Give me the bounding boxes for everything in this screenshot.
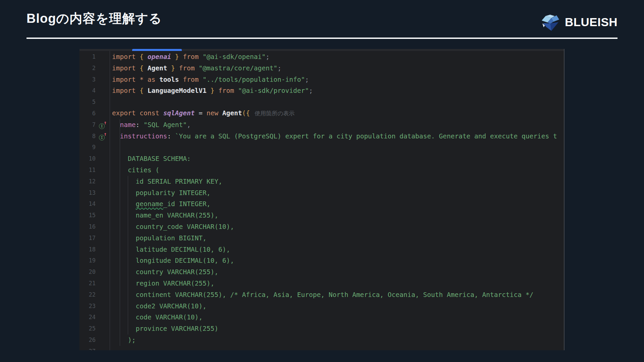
code-text[interactable]: cities (: [112, 165, 159, 176]
code-line[interactable]: 1import { openai } from "@ai-sdk/openai"…: [79, 51, 565, 63]
code-token: import: [112, 87, 140, 95]
code-token: `You are a SQL (PostgreSQL) expert for a…: [175, 132, 557, 140]
gutter-separator: [110, 51, 110, 350]
code-line[interactable]: 6export const sqlAgent = new Agent({使用箇所…: [79, 108, 565, 119]
line-number[interactable]: 25: [79, 323, 96, 335]
code-line[interactable]: 26 );: [79, 335, 565, 346]
line-number[interactable]: 23: [79, 301, 96, 312]
editor-tab-strip: [79, 49, 565, 51]
line-number[interactable]: 21: [79, 278, 96, 289]
code-text[interactable]: population BIGINT,: [112, 233, 207, 244]
code-line[interactable]: 16 country_code VARCHAR(10),: [79, 221, 565, 233]
code-line[interactable]: 2import { Agent } from "@mastra/core/age…: [79, 63, 565, 74]
code-token: ;: [305, 76, 309, 83]
line-number[interactable]: 7: [79, 119, 96, 131]
code-line[interactable]: 15 name_en VARCHAR(255),: [79, 210, 565, 221]
code-line[interactable]: 13 popularity INTEGER,: [79, 187, 565, 199]
code-text[interactable]: export const sqlAgent = new Agent({使用箇所の…: [112, 108, 294, 119]
code-text[interactable]: continent VARCHAR(255), /* Africa, Asia,…: [112, 289, 533, 301]
code-token: tools: [159, 76, 183, 83]
code-text[interactable]: code VARCHAR(10),: [112, 312, 203, 323]
code-text[interactable]: import { LanguageModelV1 } from "@ai-sdk…: [112, 85, 313, 97]
line-number[interactable]: 8: [79, 131, 96, 142]
code-text[interactable]: instructions: `You are a SQL (PostgreSQL…: [112, 131, 557, 142]
code-editor-lines[interactable]: 1import { openai } from "@ai-sdk/openai"…: [79, 51, 565, 350]
code-text[interactable]: longitude DECIMAL(10, 6),: [112, 255, 234, 266]
code-editor[interactable]: 1import { openai } from "@ai-sdk/openai"…: [79, 49, 565, 350]
code-text[interactable]: import { Agent } from "@mastra/core/agen…: [112, 63, 281, 74]
code-line[interactable]: 5: [79, 97, 565, 108]
line-number[interactable]: 26: [79, 335, 96, 346]
code-text[interactable]: latitude DECIMAL(10, 6),: [112, 244, 230, 255]
line-number[interactable]: 6: [79, 108, 96, 119]
inlay-hint-show-usages[interactable]: 使用箇所の表示: [255, 110, 294, 117]
line-number[interactable]: 11: [79, 165, 96, 176]
line-number[interactable]: 24: [79, 312, 96, 323]
code-text[interactable]: popularity INTEGER,: [112, 187, 211, 199]
implement-member-icon[interactable]: I↑: [99, 122, 106, 129]
code-token: cities (: [112, 166, 159, 174]
code-line[interactable]: 4import { LanguageModelV1 } from "@ai-sd…: [79, 85, 565, 97]
code-line[interactable]: 25 province VARCHAR(255): [79, 323, 565, 335]
code-line[interactable]: 24 code VARCHAR(10),: [79, 312, 565, 323]
code-token: {: [140, 87, 147, 95]
up-arrow-icon: ↑: [104, 132, 107, 136]
line-number[interactable]: 27: [79, 346, 96, 350]
code-line[interactable]: 8I↑ instructions: `You are a SQL (Postgr…: [79, 131, 565, 142]
line-number[interactable]: 10: [79, 153, 96, 165]
code-token: DATABASE SCHEMA:: [112, 155, 191, 163]
code-line[interactable]: 17 population BIGINT,: [79, 233, 565, 244]
code-line[interactable]: 21 region VARCHAR(255),: [79, 278, 565, 289]
line-number[interactable]: 16: [79, 221, 96, 233]
code-line[interactable]: 7I↑ name: "SQL Agent",: [79, 119, 565, 131]
line-number[interactable]: 13: [79, 187, 96, 199]
line-number[interactable]: 4: [79, 85, 96, 97]
code-text[interactable]: geoname_id INTEGER,: [112, 198, 211, 210]
code-text[interactable]: id SERIAL PRIMARY KEY,: [112, 176, 222, 187]
code-line[interactable]: 18 latitude DECIMAL(10, 6),: [79, 244, 565, 255]
code-token: code VARCHAR(10),: [112, 313, 203, 321]
code-text[interactable]: DATABASE SCHEMA:: [112, 153, 191, 165]
code-token: name: [120, 121, 136, 129]
line-number[interactable]: 14: [79, 198, 96, 210]
code-token: "SQL Agent": [144, 121, 187, 129]
line-number[interactable]: 9: [79, 142, 96, 153]
code-token: "@ai-sdk/openai": [203, 53, 266, 61]
code-line[interactable]: 22 continent VARCHAR(255), /* Africa, As…: [79, 289, 565, 301]
line-number[interactable]: 5: [79, 97, 96, 108]
line-number[interactable]: 15: [79, 210, 96, 221]
line-number[interactable]: 3: [79, 74, 96, 85]
line-number[interactable]: 1: [79, 51, 96, 63]
code-token: "../tools/population-info": [203, 76, 305, 83]
brand-logo: BLUEISH: [540, 13, 618, 32]
code-line[interactable]: 12 id SERIAL PRIMARY KEY,: [79, 176, 565, 187]
code-text[interactable]: name: "SQL Agent",: [112, 119, 191, 131]
code-line[interactable]: 19 longitude DECIMAL(10, 6),: [79, 255, 565, 266]
code-text[interactable]: import * as tools from "../tools/populat…: [112, 74, 309, 85]
code-token: population BIGINT,: [112, 234, 207, 242]
line-number[interactable]: 19: [79, 255, 96, 266]
code-text[interactable]: import { openai } from "@ai-sdk/openai";: [112, 51, 270, 63]
code-line[interactable]: 9: [79, 142, 565, 153]
code-token: region VARCHAR(255),: [112, 280, 214, 287]
line-number[interactable]: 17: [79, 233, 96, 244]
line-number[interactable]: 12: [79, 176, 96, 187]
code-line[interactable]: 20 country VARCHAR(255),: [79, 266, 565, 278]
code-token: ;: [309, 87, 313, 95]
implement-member-icon[interactable]: I↑: [99, 133, 106, 140]
code-line[interactable]: 27: [79, 346, 565, 350]
line-number[interactable]: 22: [79, 289, 96, 301]
code-line[interactable]: 11 cities (: [79, 165, 565, 176]
line-number[interactable]: 20: [79, 266, 96, 278]
code-line[interactable]: 23 code2 VARCHAR(10),: [79, 301, 565, 312]
code-line[interactable]: 10 DATABASE SCHEMA:: [79, 153, 565, 165]
line-number[interactable]: 2: [79, 63, 96, 74]
code-text[interactable]: );: [112, 335, 136, 346]
code-line[interactable]: 3import * as tools from "../tools/popula…: [79, 74, 565, 85]
line-number[interactable]: 18: [79, 244, 96, 255]
code-text[interactable]: region VARCHAR(255),: [112, 278, 214, 289]
code-token: code2 VARCHAR(10),: [112, 302, 207, 310]
code-line[interactable]: 14 geoname_id INTEGER,: [79, 198, 565, 210]
code-text[interactable]: country_code VARCHAR(10),: [112, 221, 234, 233]
code-text[interactable]: code2 VARCHAR(10),: [112, 301, 207, 312]
